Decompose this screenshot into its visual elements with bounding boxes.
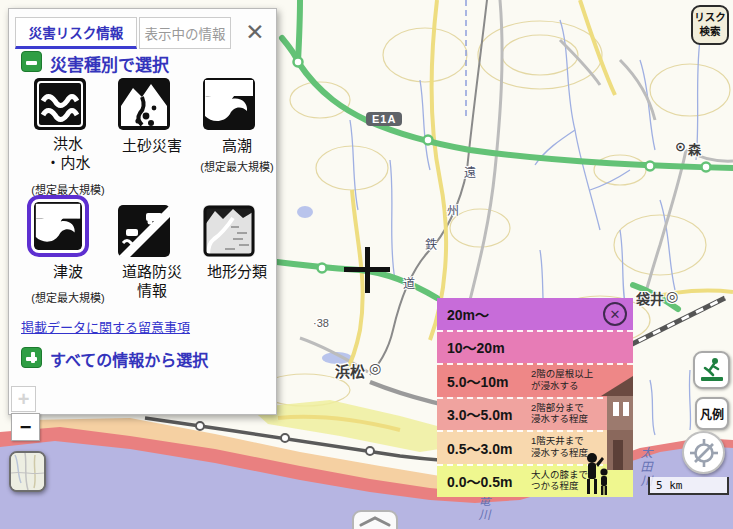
close-icon[interactable]: ✕ — [242, 19, 268, 45]
spot-elevation: ·38 — [313, 317, 329, 329]
legend-range: 0.0〜0.5m — [447, 471, 512, 491]
disaster-type-label: 地形分類 — [187, 263, 287, 282]
legend-range: 3.0〜5.0m — [447, 404, 512, 424]
expressway-shield: E1A — [366, 112, 402, 126]
legend-row: 20m〜 ✕ — [437, 298, 633, 330]
road-disaster-icon — [118, 205, 170, 257]
tab-displayed-info[interactable]: 表示中の情報 — [139, 17, 231, 49]
pond — [297, 206, 313, 218]
tab-disaster-risk-info[interactable]: 災害リスク情報 — [15, 17, 137, 49]
tab-label: 災害リスク情報 — [29, 22, 124, 42]
flood-icon — [34, 78, 86, 130]
zoom-out-button[interactable]: − — [11, 413, 40, 441]
disaster-type-label: 高潮 — [187, 137, 287, 156]
legend-desc: 2階部分まで 浸水する程度 — [531, 402, 588, 426]
minimap-thumbnail — [11, 453, 44, 490]
zoom-out-label: − — [20, 416, 32, 439]
legend-range: 20m〜 — [447, 304, 489, 324]
house-depth-illustration — [583, 362, 633, 497]
legend-range: 10〜20m — [447, 337, 505, 357]
town-symbol-mori: ⊙ — [675, 139, 686, 154]
storm-surge-icon — [203, 78, 255, 130]
legend-desc: 1階天井まで 浸水する程度 — [531, 435, 588, 459]
evacuation-runner-icon — [698, 356, 726, 384]
zoom-in-button[interactable]: + — [11, 386, 36, 412]
legend-range: 0.5〜3.0m — [447, 438, 512, 458]
railway-label-char: 州 — [447, 201, 459, 218]
railway-label-char: 道 — [403, 274, 415, 291]
zoom-in-label: + — [18, 388, 30, 411]
legend-row: 10〜20m — [437, 330, 633, 364]
city-symbol-fukuroi: ◎ — [666, 288, 678, 304]
city-label-hamamatsu: 浜松 — [335, 360, 365, 381]
city-label-fukuroi: 袋井 — [636, 288, 664, 308]
minimap-button[interactable] — [9, 451, 46, 492]
expand-plus-icon[interactable] — [21, 347, 42, 368]
disaster-type-landslide[interactable] — [118, 78, 170, 130]
risk-search-button[interactable]: リスク 検索 — [691, 5, 729, 45]
disaster-type-note: (想定最大規模) — [14, 289, 122, 305]
disaster-type-storm-surge[interactable] — [203, 78, 255, 130]
hazard-map-app: E1A ⊙ 森 袋井 ◎ 浜松 ◎ ·38 遠 州 鉄 道 太田川 竜川 災害リ… — [0, 0, 733, 529]
legend-range: 5.0〜10m — [447, 371, 508, 391]
disaster-risk-panel: 災害リスク情報 表示中の情報 ✕ 災害種別で選択 洪水 ・内水 土砂災害 高潮 … — [8, 8, 277, 415]
city-symbol-hamamatsu: ◎ — [369, 360, 381, 376]
collapse-minus-icon[interactable] — [21, 51, 42, 72]
gps-disabled-icon — [689, 438, 719, 468]
tab-label: 表示中の情報 — [145, 23, 226, 43]
chevron-up-icon — [358, 515, 392, 527]
town-label-mori: 森 — [688, 139, 701, 158]
legend-button-label: 凡例 — [700, 405, 724, 422]
risk-search-label: リスク 検索 — [694, 11, 726, 38]
gps-locate-button[interactable] — [682, 431, 725, 474]
legend-desc: 大人の膝まで つかる程度 — [531, 469, 588, 493]
disaster-type-note: (想定最大規模) — [183, 158, 291, 174]
disaster-type-tsunami-selected[interactable] — [27, 195, 89, 257]
evacuation-site-button[interactable] — [693, 351, 730, 389]
railway-label-char: 遠 — [464, 163, 476, 180]
legend-close-icon[interactable]: ✕ — [603, 302, 627, 326]
tsunami-icon — [34, 202, 82, 250]
landslide-icon — [118, 78, 170, 130]
disaster-type-landform[interactable] — [203, 205, 255, 257]
landform-icon — [203, 205, 255, 257]
scale-label: 5 km — [656, 479, 683, 492]
drawer-toggle-button[interactable] — [352, 510, 398, 529]
disaster-type-flood[interactable] — [34, 78, 86, 130]
legend-button[interactable]: 凡例 — [695, 397, 729, 430]
river-label-tenryu: 竜川 — [475, 494, 492, 522]
section-title-select-all[interactable]: すべての情報から選択 — [50, 347, 208, 371]
map-center-crosshair — [344, 267, 390, 272]
railway-label-char: 鉄 — [425, 235, 437, 252]
section-title-select-by-type: 災害種別で選択 — [50, 51, 169, 76]
scale-bar: 5 km — [648, 477, 729, 495]
data-notes-link[interactable]: 掲載データに関する留意事項 — [21, 317, 190, 336]
disaster-type-road-info[interactable] — [118, 205, 170, 257]
